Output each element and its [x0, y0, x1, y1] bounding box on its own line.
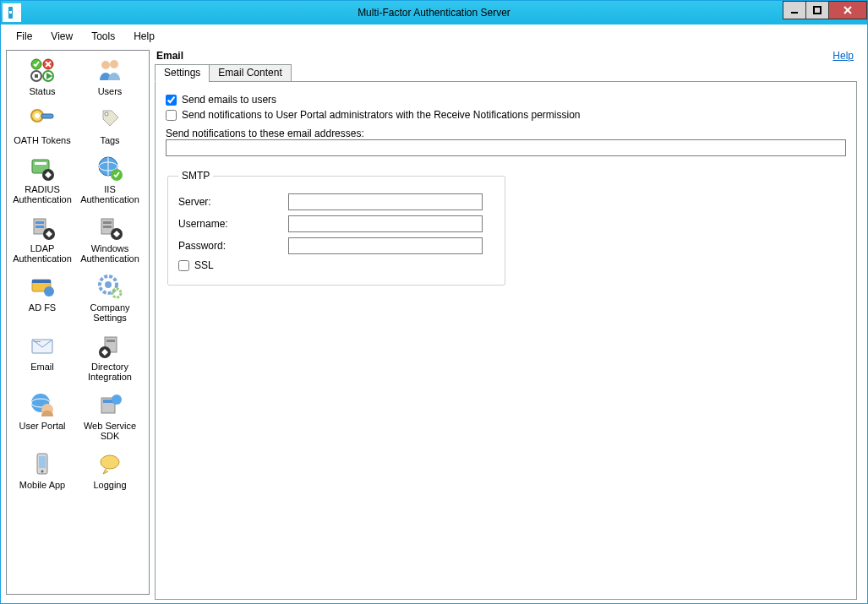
sidebar-item-label: Company Settings — [78, 302, 142, 323]
checkbox-send-emails[interactable] — [166, 95, 177, 106]
sidebar-item-label: Mobile App — [19, 480, 65, 490]
sidebar-item-windows-auth[interactable]: Windows Authentication — [76, 209, 144, 269]
sidebar-item-label: OATH Tokens — [14, 135, 70, 145]
sidebar-item-user-portal[interactable]: User Portal — [8, 387, 76, 446]
svg-rect-3 — [814, 7, 821, 14]
checkbox-send-notif-admins-row: Send notifications to User Portal admini… — [166, 109, 846, 121]
sidebar-item-oath-tokens[interactable]: OATH Tokens — [8, 101, 76, 150]
smtp-password-label: Password: — [178, 240, 288, 252]
email-icon — [28, 331, 57, 360]
menu-help[interactable]: Help — [125, 28, 163, 45]
sidebar-item-directory-integration[interactable]: Directory Integration — [76, 328, 144, 387]
main-panel: Email Help Settings Email Content Send e… — [150, 50, 862, 595]
svg-marker-13 — [46, 73, 52, 79]
sidebar-item-label: LDAP Authentication — [10, 243, 74, 264]
svg-point-59 — [101, 455, 119, 469]
sidebar-item-status[interactable]: Status — [8, 52, 76, 101]
checkbox-ssl-row: SSL — [178, 259, 494, 271]
sidebar-item-iis-auth[interactable]: IIS Authentication — [76, 150, 144, 209]
svg-point-15 — [110, 60, 118, 68]
menu-view[interactable]: View — [42, 28, 81, 45]
smtp-password-input[interactable] — [288, 237, 483, 254]
user-portal-icon — [28, 390, 57, 419]
smtp-server-input[interactable] — [288, 193, 483, 210]
notif-addresses-label: Send notifications to these email addres… — [166, 128, 846, 139]
svg-rect-29 — [35, 221, 44, 224]
sidebar-item-adfs[interactable]: AD FS — [8, 269, 76, 328]
minimize-button[interactable] — [783, 1, 806, 19]
checkbox-send-emails-row: Send emails to users — [166, 94, 846, 106]
svg-rect-35 — [103, 226, 112, 228]
menu-bar: File View Tools Help — [1, 24, 867, 45]
svg-point-58 — [41, 471, 44, 473]
sidebar-item-label: RADIUS Authentication — [10, 184, 74, 204]
checkbox-ssl-label: SSL — [194, 259, 214, 271]
smtp-server-label: Server: — [178, 196, 288, 208]
tab-body-settings: Send emails to users Send notifications … — [155, 81, 857, 600]
sidebar-item-radius-auth[interactable]: RADIUS Authentication — [8, 150, 76, 209]
sidebar-item-email[interactable]: Email — [8, 328, 76, 387]
key-icon — [28, 105, 57, 133]
svg-rect-34 — [103, 221, 112, 224]
svg-point-42 — [105, 281, 112, 288]
sidebar-item-label: Windows Authentication — [78, 243, 142, 264]
tab-settings[interactable]: Settings — [155, 64, 210, 82]
app-window: Multi-Factor Authentication Server File … — [0, 0, 868, 604]
sidebar-item-label: AD FS — [29, 302, 56, 313]
sidebar-item-label: Directory Integration — [78, 362, 142, 382]
smtp-username-input[interactable] — [288, 215, 483, 232]
svg-rect-18 — [41, 114, 53, 118]
svg-rect-39 — [32, 280, 51, 283]
menu-tools[interactable]: Tools — [83, 28, 123, 45]
svg-point-14 — [101, 61, 110, 69]
sidebar-item-label: Email — [30, 362, 54, 372]
window-controls — [783, 1, 867, 19]
directory-icon — [96, 331, 124, 360]
menu-file[interactable]: File — [8, 28, 41, 45]
tab-email-content[interactable]: Email Content — [209, 64, 291, 82]
windows-icon — [96, 213, 124, 242]
svg-rect-30 — [35, 226, 44, 228]
title-bar: Multi-Factor Authentication Server — [1, 1, 867, 24]
logging-icon — [96, 449, 124, 478]
svg-rect-2 — [791, 12, 798, 14]
sidebar-item-ldap-auth[interactable]: LDAP Authentication — [8, 209, 76, 269]
adfs-icon — [28, 272, 57, 301]
checkbox-send-emails-label: Send emails to users — [182, 94, 276, 106]
sidebar-item-mobile-app[interactable]: Mobile App — [8, 446, 76, 495]
help-link[interactable]: Help — [833, 50, 854, 62]
sidebar-item-label: Tags — [100, 135, 119, 145]
sidebar-item-tags[interactable]: Tags — [76, 101, 144, 150]
smtp-username-label: Username: — [178, 218, 288, 230]
sidebar-item-label: Status — [29, 86, 55, 96]
gear-icon — [96, 272, 124, 301]
checkbox-send-notif-admins[interactable] — [166, 110, 177, 121]
sidebar-item-label: Users — [98, 86, 123, 96]
sidebar-item-company-settings[interactable]: Company Settings — [76, 269, 144, 328]
iis-icon — [96, 154, 124, 182]
svg-point-43 — [112, 289, 121, 297]
svg-rect-11 — [35, 74, 38, 78]
svg-point-19 — [105, 112, 108, 116]
tag-icon — [96, 105, 124, 133]
sidebar-item-logging[interactable]: Logging — [76, 446, 144, 495]
svg-rect-57 — [39, 456, 46, 468]
page-title: Email — [155, 50, 183, 62]
sidebar-nav: Status Users OATH Tokens Tags RADIUS Aut… — [6, 50, 150, 595]
window-title: Multi-Factor Authentication Server — [1, 7, 867, 19]
svg-rect-21 — [35, 162, 46, 165]
sidebar-item-users[interactable]: Users — [76, 52, 144, 101]
svg-point-40 — [44, 286, 54, 297]
close-button[interactable] — [828, 1, 867, 19]
sdk-icon — [96, 390, 124, 419]
notif-addresses-input[interactable] — [166, 139, 846, 156]
tab-strip: Settings Email Content — [155, 63, 857, 81]
status-icon — [28, 56, 57, 84]
checkbox-ssl[interactable] — [178, 260, 189, 271]
maximize-button[interactable] — [805, 1, 829, 19]
sidebar-item-web-service-sdk[interactable]: Web Service SDK — [76, 387, 144, 446]
svg-point-55 — [112, 395, 122, 405]
sidebar-item-label: IIS Authentication — [78, 184, 142, 204]
mobile-icon — [28, 449, 57, 478]
ldap-icon — [28, 213, 57, 242]
